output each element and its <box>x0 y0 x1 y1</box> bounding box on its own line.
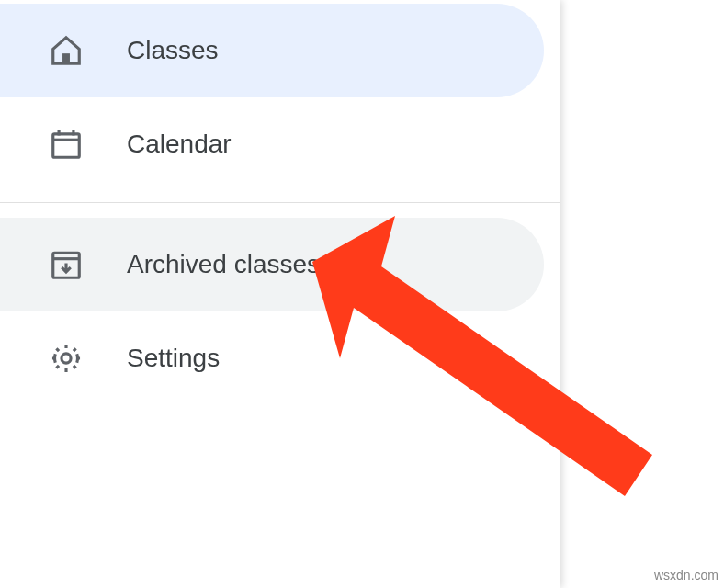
sidebar-item-label: Classes <box>127 36 219 65</box>
sidebar-item-settings[interactable]: Settings <box>0 311 544 405</box>
sidebar: Classes Calendar <box>0 0 560 588</box>
sidebar-item-label: Archived classes <box>127 250 320 279</box>
svg-rect-1 <box>53 134 80 157</box>
svg-rect-0 <box>62 53 70 63</box>
calendar-icon <box>44 122 88 166</box>
svg-point-7 <box>62 354 71 363</box>
sidebar-item-calendar[interactable]: Calendar <box>0 97 544 191</box>
nav-section-secondary: Archived classes Settings <box>0 214 560 405</box>
gear-icon <box>44 336 88 380</box>
home-icon <box>44 28 88 73</box>
nav-section-main: Classes Calendar <box>0 0 560 191</box>
divider <box>0 202 560 203</box>
sidebar-item-label: Calendar <box>127 130 232 159</box>
watermark: wsxdn.com <box>654 568 718 582</box>
sidebar-item-classes[interactable]: Classes <box>0 4 544 97</box>
sidebar-item-label: Settings <box>127 344 220 373</box>
sidebar-item-archived-classes[interactable]: Archived classes <box>0 218 544 311</box>
archive-icon <box>44 243 88 287</box>
